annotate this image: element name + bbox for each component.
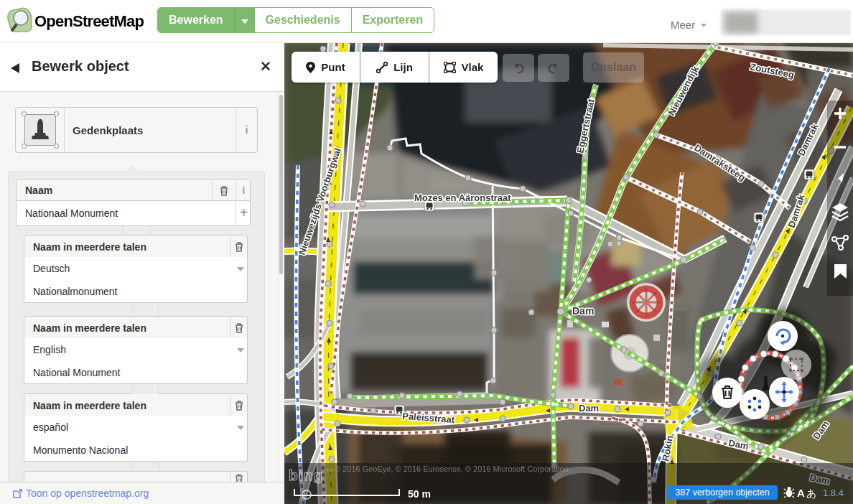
svg-text:Mozes en Aäronstraat: Mozes en Aäronstraat: [414, 192, 511, 203]
svg-text:© 2016 GeoEye, © 2016 Eurosens: © 2016 GeoEye, © 2016 Eurosense, © 2016 …: [335, 465, 569, 473]
svg-text:50 m: 50 m: [408, 488, 431, 500]
svg-text:A: A: [797, 487, 805, 499]
svg-text:bing: bing: [289, 467, 323, 483]
svg-text:Dam: Dam: [579, 403, 599, 414]
svg-text:TM: TM: [326, 468, 332, 472]
svg-text:あ: あ: [806, 487, 816, 499]
svg-text:Dam: Dam: [572, 305, 594, 317]
